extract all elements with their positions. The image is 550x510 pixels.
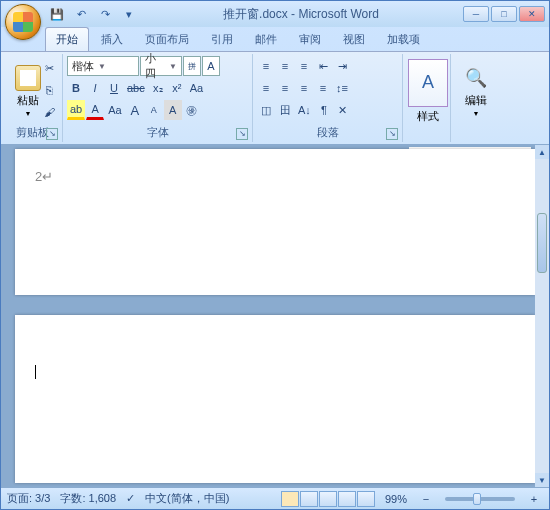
font-color-button[interactable]: A	[86, 100, 104, 120]
shrink-font-button[interactable]: A	[145, 100, 163, 120]
tab-mailings[interactable]: 邮件	[245, 28, 287, 51]
view-full-screen[interactable]	[300, 491, 318, 507]
view-web-layout[interactable]	[319, 491, 337, 507]
maximize-button[interactable]: □	[491, 6, 517, 22]
tab-view[interactable]: 视图	[333, 28, 375, 51]
multilevel-list-button[interactable]: ≡	[295, 56, 313, 76]
superscript-button[interactable]: x²	[168, 78, 186, 98]
view-draft[interactable]	[357, 491, 375, 507]
subscript-button[interactable]: x₂	[149, 78, 167, 98]
clipboard-group-label: 剪贴板	[16, 126, 49, 138]
change-case-button[interactable]: Aa	[105, 100, 124, 120]
sort-button[interactable]: A↓	[295, 100, 314, 120]
zoom-slider[interactable]	[445, 497, 515, 501]
font-dialog-launcher[interactable]: ↘	[236, 128, 248, 140]
window-title: 推开窗.docx - Microsoft Word	[139, 6, 463, 23]
view-print-layout[interactable]	[281, 491, 299, 507]
grow-font-button[interactable]: A	[126, 100, 144, 120]
char-shading-button[interactable]: A	[164, 100, 182, 120]
align-center-button[interactable]: ≡	[276, 78, 294, 98]
paragraph-dialog-launcher[interactable]: ↘	[386, 128, 398, 140]
char-border-button[interactable]: A	[202, 56, 220, 76]
zoom-out-button[interactable]: −	[417, 489, 435, 509]
cut-button[interactable]: ✂	[40, 58, 58, 78]
qat-customize[interactable]: ▾	[119, 4, 139, 24]
numbering-button[interactable]: ≡	[276, 56, 294, 76]
tab-home[interactable]: 开始	[45, 27, 89, 51]
paste-label: 粘贴	[17, 93, 39, 108]
editing-label: 编辑	[465, 93, 487, 108]
zoom-level[interactable]: 99%	[385, 493, 407, 505]
save-button[interactable]: 💾	[47, 4, 67, 24]
zoom-thumb[interactable]	[473, 493, 481, 505]
strike-button[interactable]: abc	[124, 78, 148, 98]
enclose-char-button[interactable]: ㊝	[183, 100, 201, 120]
scroll-thumb[interactable]	[537, 213, 547, 273]
undo-button[interactable]: ↶	[71, 4, 91, 24]
show-hide-button[interactable]: ¶	[315, 100, 333, 120]
increase-indent-button[interactable]: ⇥	[333, 56, 351, 76]
justify-button[interactable]: ≡	[314, 78, 332, 98]
phonetic-guide-button[interactable]: 拼	[183, 56, 201, 76]
styles-button[interactable]: A 样式	[407, 56, 449, 126]
asian-layout-button[interactable]: ✕	[334, 100, 352, 120]
styles-icon: A	[408, 59, 448, 107]
find-icon: 🔍	[463, 65, 489, 91]
format-painter-button[interactable]: 🖌	[40, 102, 58, 122]
status-word-count[interactable]: 字数: 1,608	[60, 491, 116, 506]
clear-formatting-button[interactable]: Aa	[187, 78, 206, 98]
align-right-button[interactable]: ≡	[295, 78, 313, 98]
redo-button[interactable]: ↷	[95, 4, 115, 24]
tab-review[interactable]: 审阅	[289, 28, 331, 51]
tab-references[interactable]: 引用	[201, 28, 243, 51]
font-group-label: 字体	[147, 126, 169, 138]
bold-button[interactable]: B	[67, 78, 85, 98]
font-name-combo[interactable]: 楷体▼	[67, 56, 139, 76]
status-language[interactable]: 中文(简体，中国)	[145, 491, 229, 506]
tab-page-layout[interactable]: 页面布局	[135, 28, 199, 51]
align-left-button[interactable]: ≡	[257, 78, 275, 98]
font-size-combo[interactable]: 小四▼	[140, 56, 182, 76]
paragraph-group-label: 段落	[317, 126, 339, 138]
scroll-up-arrow[interactable]: ▲	[535, 145, 549, 159]
view-outline[interactable]	[338, 491, 356, 507]
clipboard-dialog-launcher[interactable]: ↘	[46, 128, 58, 140]
highlight-button[interactable]: ab	[67, 100, 85, 120]
close-button[interactable]: ✕	[519, 6, 545, 22]
office-button[interactable]	[5, 4, 41, 40]
decrease-indent-button[interactable]: ⇤	[314, 56, 332, 76]
styles-label: 样式	[417, 109, 439, 124]
document-page-2[interactable]	[15, 315, 535, 483]
borders-button[interactable]: 田	[276, 100, 294, 120]
line-spacing-button[interactable]: ↕≡	[333, 78, 351, 98]
zoom-in-button[interactable]: +	[525, 489, 543, 509]
editing-button[interactable]: 🔍 编辑 ▼	[455, 56, 497, 126]
ribbon-tabs: 开始 插入 页面布局 引用 邮件 审阅 视图 加载项	[1, 27, 549, 51]
text-cursor	[35, 365, 36, 379]
underline-button[interactable]: U	[105, 78, 123, 98]
shading-button[interactable]: ◫	[257, 100, 275, 120]
document-page-1[interactable]: 2↵	[15, 149, 535, 295]
minimize-button[interactable]: ─	[463, 6, 489, 22]
copy-button[interactable]: ⎘	[40, 80, 58, 100]
bullets-button[interactable]: ≡	[257, 56, 275, 76]
vertical-scrollbar[interactable]: ▲ ▼	[535, 145, 549, 487]
italic-button[interactable]: I	[86, 78, 104, 98]
tab-insert[interactable]: 插入	[91, 28, 133, 51]
status-page[interactable]: 页面: 3/3	[7, 491, 50, 506]
tab-addins[interactable]: 加载项	[377, 28, 430, 51]
status-proofing-icon[interactable]: ✓	[126, 492, 135, 505]
paste-icon	[15, 65, 41, 91]
scroll-down-arrow[interactable]: ▼	[535, 473, 549, 487]
